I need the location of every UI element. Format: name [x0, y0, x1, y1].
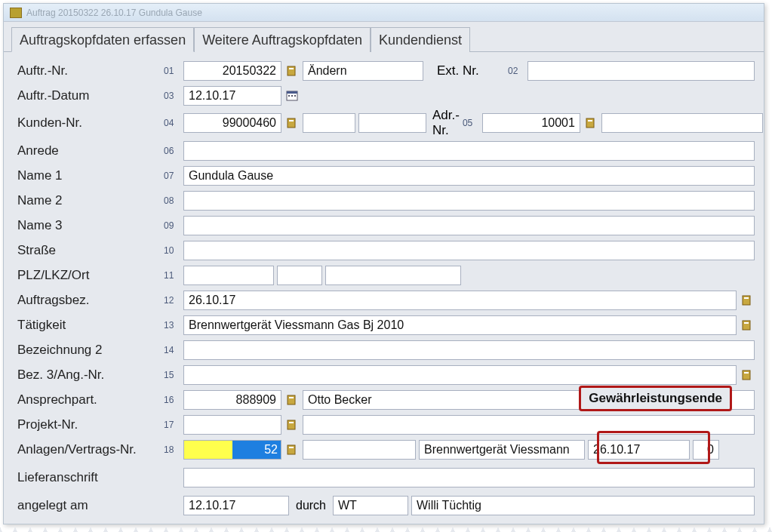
liefer-input[interactable] — [183, 468, 755, 487]
svg-rect-21 — [288, 445, 295, 454]
durch-code-input[interactable] — [333, 496, 408, 515]
fieldnum-04: 04 — [164, 118, 180, 128]
label-durch: durch — [292, 499, 330, 512]
label-anrede: Anrede — [17, 143, 161, 158]
svg-rect-0 — [288, 66, 295, 75]
lookup-icon[interactable] — [285, 442, 300, 457]
lookup-icon[interactable] — [740, 367, 755, 383]
svg-rect-13 — [743, 321, 750, 330]
name1-input[interactable] — [183, 166, 755, 186]
fieldnum-16: 16 — [164, 395, 180, 405]
lookup-icon[interactable] — [740, 293, 755, 308]
window-title: Auftrag 20150322 26.10.17 Gundula Gause — [26, 8, 202, 18]
label-auftr-nr: Auftr.-Nr. — [17, 63, 161, 78]
svg-rect-4 — [288, 95, 290, 97]
label-adr-nr: Adr.-Nr. — [432, 108, 460, 138]
label-anlagen: Anlagen/Vertrags-Nr. — [17, 442, 161, 457]
ansprech-nr-input[interactable] — [183, 390, 281, 410]
label-kunden-nr: Kunden-Nr. — [17, 115, 161, 131]
lookup-icon[interactable] — [583, 115, 598, 131]
angelegt-am-input[interactable] — [183, 496, 289, 515]
mode-input[interactable] — [303, 61, 423, 81]
lookup-icon[interactable] — [285, 63, 300, 78]
svg-rect-5 — [291, 95, 293, 97]
svg-rect-6 — [294, 95, 296, 97]
kunden-extra2-input[interactable] — [358, 113, 426, 133]
lkz-input[interactable] — [277, 266, 322, 285]
fieldnum-06: 06 — [164, 146, 180, 156]
tab-bar: Auftragskopfdaten erfassen Weitere Auftr… — [4, 22, 764, 51]
anlagen-desc-input[interactable] — [419, 440, 585, 460]
anlagen-zero-input[interactable] — [693, 440, 719, 460]
lookup-icon[interactable] — [285, 115, 300, 131]
anlagen-nr-value: 52 — [232, 441, 281, 459]
svg-rect-10 — [588, 120, 592, 121]
auftr-datum-input[interactable] — [183, 86, 281, 106]
fieldnum-03: 03 — [164, 91, 180, 101]
fieldnum-13: 13 — [164, 320, 180, 331]
durch-name-input[interactable] — [411, 496, 755, 515]
form-area: Auftr.-Nr. 01 Ext. Nr. 02 Auftr.-Datum 0… — [4, 51, 764, 524]
kunden-nr-input[interactable] — [183, 113, 281, 133]
label-liefer: Lieferanschrift — [17, 470, 161, 485]
anlagen-extra-input[interactable] — [303, 440, 416, 460]
lookup-icon[interactable] — [285, 392, 300, 407]
fieldnum-08: 08 — [164, 195, 180, 206]
svg-rect-17 — [288, 395, 295, 404]
fieldnum-01: 01 — [164, 66, 180, 76]
strasse-input[interactable] — [183, 241, 755, 260]
ort-input[interactable] — [325, 266, 461, 285]
svg-rect-15 — [743, 371, 750, 380]
fieldnum-18: 18 — [164, 444, 180, 455]
svg-rect-14 — [744, 322, 749, 324]
name3-input[interactable] — [183, 216, 755, 235]
label-projekt: Projekt-Nr. — [17, 417, 161, 432]
svg-rect-8 — [289, 120, 294, 121]
auftr-nr-input[interactable] — [183, 61, 281, 81]
tab-auftragskopfdaten[interactable]: Auftragskopfdaten erfassen — [11, 27, 194, 52]
anlagen-date-input[interactable] — [588, 440, 690, 460]
label-ext-nr: Ext. Nr. — [437, 63, 505, 78]
bez2-input[interactable] — [183, 340, 755, 360]
fieldnum-11: 11 — [164, 270, 180, 281]
svg-rect-12 — [744, 297, 749, 299]
projekt-name-input[interactable] — [303, 415, 755, 435]
fieldnum-12: 12 — [164, 295, 180, 306]
app-icon — [10, 8, 22, 18]
svg-rect-9 — [586, 118, 594, 128]
bez3-input[interactable] — [183, 365, 737, 385]
svg-rect-19 — [288, 420, 295, 429]
svg-rect-3 — [287, 91, 297, 94]
auftragsbez-input[interactable] — [183, 291, 737, 310]
taetigkeit-input[interactable] — [183, 315, 737, 335]
name2-input[interactable] — [183, 191, 755, 211]
lookup-icon[interactable] — [285, 417, 300, 432]
svg-rect-18 — [289, 397, 294, 398]
plz-input[interactable] — [183, 266, 274, 285]
order-window: Auftrag 20150322 26.10.17 Gundula Gause … — [3, 3, 764, 524]
kunden-extra1-input[interactable] — [303, 113, 355, 133]
svg-rect-16 — [744, 372, 749, 374]
projekt-nr-input[interactable] — [183, 415, 281, 435]
tab-weitere[interactable]: Weitere Auftragskopfdaten — [194, 27, 371, 52]
fieldnum-02: 02 — [508, 66, 524, 76]
anrede-input[interactable] — [183, 141, 755, 161]
adr-extra-input[interactable] — [601, 113, 763, 133]
titlebar: Auftrag 20150322 26.10.17 Gundula Gause — [4, 4, 764, 22]
calendar-icon[interactable] — [285, 88, 300, 103]
label-name2: Name 2 — [17, 193, 161, 208]
fieldnum-17: 17 — [164, 420, 180, 430]
lookup-icon[interactable] — [740, 318, 755, 333]
svg-rect-7 — [288, 118, 295, 128]
anlagen-nr-input[interactable]: 52 — [183, 440, 281, 460]
label-name3: Name 3 — [17, 218, 161, 233]
svg-rect-11 — [743, 296, 750, 305]
fieldnum-09: 09 — [164, 220, 180, 231]
fieldnum-05: 05 — [463, 118, 479, 128]
label-auftr-datum: Auftr.-Datum — [17, 88, 161, 103]
ext-nr-input[interactable] — [527, 61, 755, 81]
adr-nr-input[interactable] — [482, 113, 580, 133]
tab-kundendienst[interactable]: Kundendienst — [371, 27, 470, 52]
label-taetigkeit: Tätigkeit — [17, 318, 161, 333]
label-ansprech: Ansprechpart. — [17, 392, 161, 407]
